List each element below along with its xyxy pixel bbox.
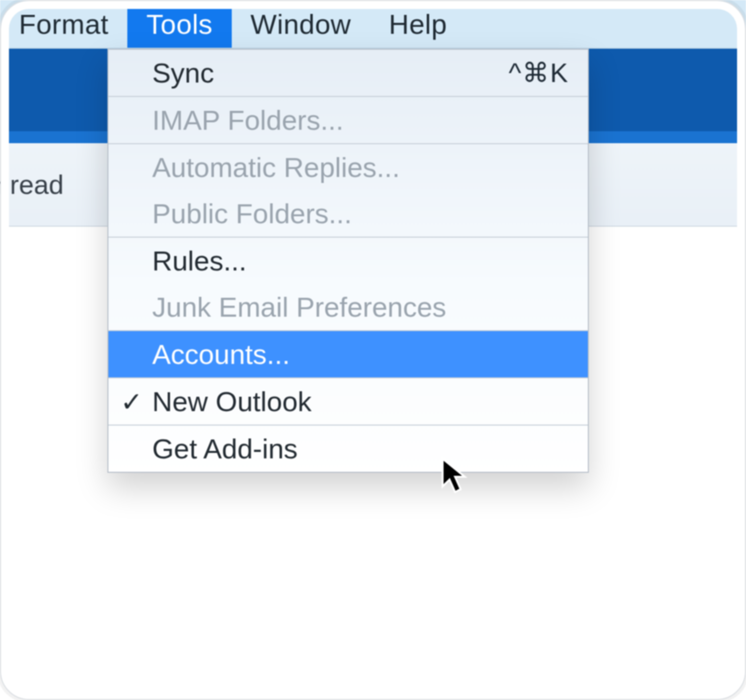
mac-menubar: Format Tools Window Help: [0, 0, 746, 49]
menu-item-label: Automatic Replies...: [152, 151, 400, 183]
menu-item-label: New Outlook: [152, 385, 312, 418]
menu-item-imap-folders: IMAP Folders...: [108, 97, 588, 143]
menu-item-label: Public Folders...: [152, 197, 352, 230]
menu-item-rules[interactable]: Rules...: [108, 238, 588, 284]
menu-item-public-folders: Public Folders...: [108, 190, 588, 237]
menubar-item-help[interactable]: Help: [370, 0, 466, 48]
menu-item-label: Get Add-ins: [152, 433, 298, 465]
tools-dropdown-menu: Sync ^⌘K IMAP Folders... Automatic Repli…: [107, 49, 589, 473]
check-icon: ✓: [120, 386, 143, 417]
menu-item-label: Junk Email Preferences: [152, 291, 446, 323]
menu-item-label: IMAP Folders...: [152, 104, 344, 136]
cursor-icon: [441, 457, 469, 496]
menu-item-new-outlook[interactable]: ✓ New Outlook: [108, 378, 588, 425]
menu-item-get-add-ins[interactable]: Get Add-ins: [108, 426, 588, 472]
menubar-item-format[interactable]: Format: [0, 0, 127, 48]
menubar-item-window[interactable]: Window: [232, 0, 370, 48]
menu-item-label: Sync: [152, 57, 214, 89]
menu-item-shortcut: ^⌘K: [509, 57, 573, 88]
menu-item-automatic-replies: Automatic Replies...: [108, 144, 588, 190]
menu-item-accounts[interactable]: Accounts...: [108, 331, 588, 377]
menu-item-sync[interactable]: Sync ^⌘K: [108, 50, 588, 96]
toolbar-fragment-text: nread: [0, 169, 64, 200]
menu-item-label: Accounts...: [152, 338, 290, 370]
menu-item-junk-email-preferences: Junk Email Preferences: [108, 284, 588, 330]
menu-item-label: Rules...: [152, 245, 247, 277]
menubar-item-tools[interactable]: Tools: [127, 0, 231, 48]
